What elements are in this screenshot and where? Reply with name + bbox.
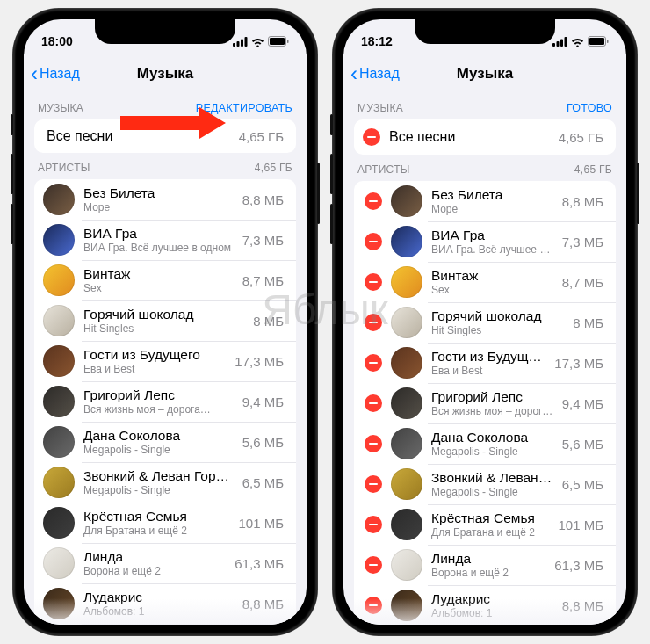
artist-row[interactable]: Гости из БудущегоЕва и Best17,3 МБ [354, 343, 616, 383]
delete-icon[interactable] [365, 475, 382, 493]
artist-avatar [391, 590, 422, 621]
artist-row[interactable]: Крёстная СемьяДля Братана и ещё 2101 МБ [354, 504, 616, 545]
svg-rect-10 [557, 41, 560, 47]
artist-row[interactable]: Дана СоколоваMegapolis - Single5,6 МБ [34, 422, 296, 462]
artist-subtitle: Для Братана и ещё 2 [83, 525, 231, 537]
artist-list: Без БилетаМоре8,8 МБВИА ГраВИА Гра. Всё … [354, 181, 616, 625]
artist-row[interactable]: ЛиндаВорона и ещё 261,3 МБ [34, 543, 296, 583]
artist-text: Григорий ЛепсВся жизнь моя – дорога… [431, 389, 555, 418]
artist-name: Линда [431, 551, 547, 568]
nav-bar: ‹ Назад Музыка [343, 54, 626, 93]
artist-avatar [391, 185, 422, 217]
delete-icon[interactable] [365, 192, 382, 210]
artist-avatar [43, 184, 75, 215]
artist-name: Винтаж [431, 268, 555, 285]
artist-row[interactable]: ВинтажSex8,7 МБ [34, 260, 296, 300]
delete-icon[interactable] [365, 394, 382, 412]
artist-name: Без Билета [83, 185, 235, 202]
artist-size: 5,6 МБ [242, 435, 284, 450]
delete-icon[interactable] [365, 233, 382, 250]
artist-row[interactable]: Звонкий & Леван ГорозияMegapolis - Singl… [34, 462, 296, 503]
artist-size: 6,5 МБ [242, 475, 284, 490]
artist-row[interactable]: ВинтажSex8,7 МБ [354, 262, 616, 302]
artist-row[interactable]: Григорий ЛепсВся жизнь моя – дорога…9,4 … [354, 383, 616, 423]
delete-icon[interactable] [363, 128, 380, 146]
artist-name: Без Билета [431, 187, 555, 204]
battery-icon [588, 36, 609, 47]
wifi-icon [571, 37, 584, 47]
delete-icon[interactable] [365, 314, 382, 331]
svg-rect-11 [560, 39, 563, 47]
volume-up [11, 154, 13, 194]
artist-subtitle: Альбомов: 1 [83, 605, 235, 618]
artist-row[interactable]: ЛудакрисАльбомов: 18,8 МБ [34, 583, 296, 624]
artist-row[interactable]: Горячий шоколадHit Singles8 МБ [34, 300, 296, 341]
artist-avatar [43, 507, 75, 539]
artist-size: 6,5 МБ [562, 477, 603, 492]
back-button[interactable]: ‹ Назад [350, 63, 400, 84]
artist-subtitle: Megapolis - Single [431, 486, 555, 498]
artist-avatar [43, 588, 75, 619]
artist-text: Дана СоколоваMegapolis - Single [431, 430, 555, 459]
section-music-header: МУЗЫКА ГОТОВО [343, 93, 626, 119]
artist-subtitle: Для Братана и ещё 2 [431, 526, 551, 539]
artist-subtitle: ВИА Гра. Всё лучшее в одном [431, 243, 555, 256]
delete-icon[interactable] [365, 273, 382, 291]
all-songs-row[interactable]: Все песни 4,65 ГБ [34, 119, 296, 153]
artist-avatar [43, 386, 75, 417]
edit-button[interactable]: РЕДАКТИРОВАТЬ [196, 102, 292, 114]
delete-icon[interactable] [365, 556, 382, 574]
artist-subtitle: Sex [431, 284, 555, 296]
delete-icon[interactable] [365, 354, 382, 372]
status-time: 18:12 [361, 34, 393, 48]
notch [95, 19, 235, 44]
signal-icon [552, 37, 567, 47]
delete-icon[interactable] [365, 435, 382, 452]
wifi-icon [251, 37, 264, 47]
artist-row[interactable]: Крёстная СемьяДля Братана и ещё 2101 МБ [34, 503, 296, 543]
artist-name: Гости из Будущего [431, 349, 547, 365]
all-songs-size: 4,65 ГБ [559, 130, 603, 145]
artist-row[interactable]: Без БилетаМоре8,8 МБ [354, 181, 616, 221]
phone-right: 18:12 ‹ Назад Музыка МУЗЫКА ГОТОВО Все п… [333, 9, 637, 635]
artist-size: 8,7 МБ [242, 273, 284, 288]
artist-avatar [391, 549, 422, 581]
artist-row[interactable]: ЛудакрисАльбомов: 18,8 МБ [354, 585, 616, 625]
svg-rect-1 [237, 41, 240, 47]
section-music-header: МУЗЫКА РЕДАКТИРОВАТЬ [24, 93, 307, 119]
artist-subtitle: Вся жизнь моя – дорога… [83, 403, 235, 416]
artist-text: ВИА ГраВИА Гра. Всё лучшее в одном [431, 228, 555, 257]
back-button[interactable]: ‹ Назад [31, 63, 80, 84]
all-songs-row[interactable]: Все песни 4,65 ГБ [354, 119, 616, 155]
artist-subtitle: Вся жизнь моя – дорога… [431, 405, 555, 417]
artist-text: Звонкий & Леван Гороз…Megapolis - Single [431, 470, 555, 499]
done-button[interactable]: ГОТОВО [567, 102, 612, 114]
delete-icon[interactable] [365, 516, 382, 533]
signal-icon [233, 37, 248, 47]
artist-avatar [43, 224, 75, 256]
artist-row[interactable]: ВИА ГраВИА Гра. Всё лучшее в одном7,3 МБ [354, 221, 616, 262]
artist-row[interactable]: ЛиндаВорона и ещё 261,3 МБ [354, 545, 616, 585]
artist-name: Лудакрис [431, 591, 555, 608]
delete-icon[interactable] [365, 597, 382, 614]
artist-row[interactable]: Без БилетаМоре8,8 МБ [34, 179, 296, 220]
artist-name: Григорий Лепс [431, 389, 555, 406]
artist-size: 61,3 МБ [235, 556, 284, 571]
artist-subtitle: Hit Singles [431, 324, 566, 336]
artist-text: ВинтажSex [431, 268, 555, 297]
artist-size: 8,8 МБ [242, 597, 284, 611]
artist-subtitle: Megapolis - Single [83, 444, 235, 456]
artist-size: 17,3 МБ [554, 356, 603, 371]
section-music-label: МУЗЫКА [358, 102, 403, 114]
artist-name: ВИА Гра [431, 228, 555, 244]
artist-size: 5,6 МБ [562, 437, 603, 452]
artist-row[interactable]: Григорий ЛепсВся жизнь моя – дорога…9,4 … [34, 381, 296, 422]
artist-row[interactable]: Дана СоколоваMegapolis - Single5,6 МБ [354, 423, 616, 464]
artist-row[interactable]: ВИА ГраВИА Гра. Всё лучшее в одном7,3 МБ [34, 220, 296, 260]
artist-row[interactable]: Звонкий & Леван Гороз…Megapolis - Single… [354, 464, 616, 504]
section-music-label: МУЗЫКА [38, 102, 83, 114]
artist-size: 8,8 МБ [562, 194, 603, 209]
artist-row[interactable]: Ляпис ТрубецкойАльбомов: 110,3 МБ [34, 624, 296, 625]
artist-row[interactable]: Горячий шоколадHit Singles8 МБ [354, 302, 616, 343]
artist-row[interactable]: Гости из БудущегоЕва и Best17,3 МБ [34, 341, 296, 381]
